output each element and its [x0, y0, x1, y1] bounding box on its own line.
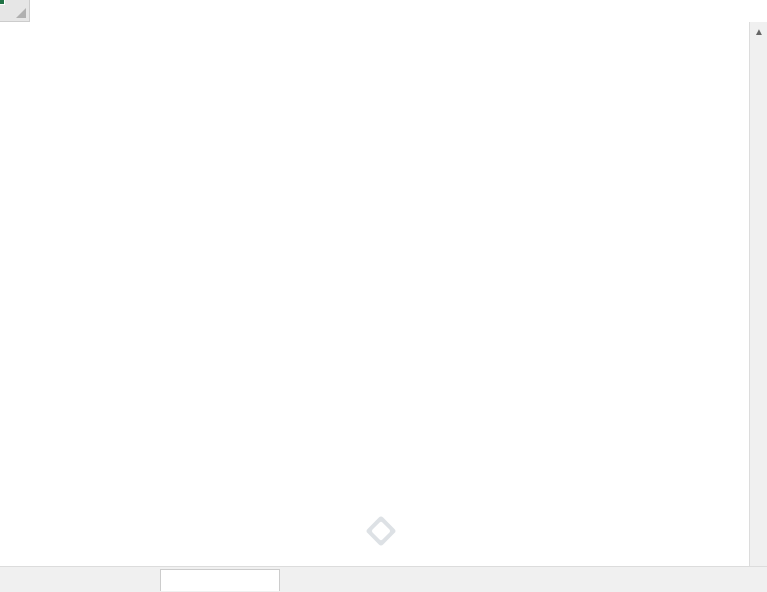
vertical-scrollbar[interactable]: ▲	[749, 22, 767, 566]
spreadsheet: ▲	[0, 0, 767, 592]
scroll-up-icon[interactable]: ▲	[750, 22, 767, 40]
sheet-tab-bar	[0, 566, 767, 592]
watermark-logo-icon	[365, 515, 396, 546]
watermark	[370, 520, 398, 542]
select-all-corner[interactable]	[0, 0, 30, 22]
sheet-tab[interactable]	[160, 569, 280, 591]
